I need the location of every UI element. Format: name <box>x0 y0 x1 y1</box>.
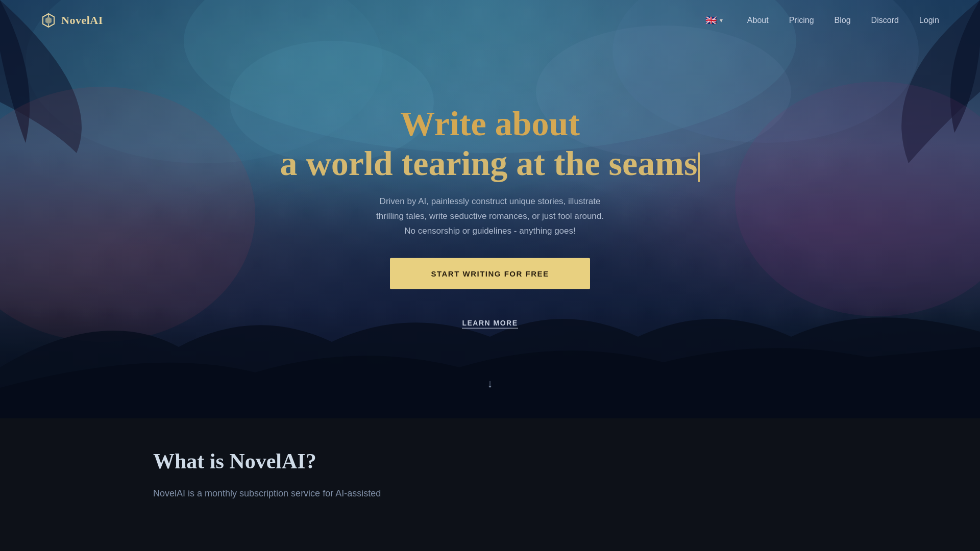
hero-title-line2: a world tearing at the seams <box>260 143 720 183</box>
nav-link-about[interactable]: About <box>747 16 769 25</box>
nav-links: 🇬🇧 ▾ About Pricing Blog Discord Login <box>701 13 939 28</box>
learn-more-link[interactable]: LEARN MORE <box>462 319 518 329</box>
hero-subtitle: Driven by AI, painlessly construct uniqu… <box>260 194 720 239</box>
novelai-logo-icon <box>41 13 56 28</box>
hero-content: Write about a world tearing at the seams… <box>260 104 720 329</box>
text-cursor <box>698 152 700 182</box>
svg-marker-9 <box>45 17 52 24</box>
learn-more-wrapper: LEARN MORE <box>260 304 720 329</box>
nav-link-pricing[interactable]: Pricing <box>789 16 814 25</box>
nav-link-discord[interactable]: Discord <box>871 16 899 25</box>
bottom-section: What is NovelAI? NovelAI is a monthly su… <box>0 418 980 551</box>
hero-section: NovelAI 🇬🇧 ▾ About Pricing Blog Discord … <box>0 0 980 418</box>
what-is-novelai-text: NovelAI is a monthly subscription servic… <box>153 486 510 502</box>
brand-name-text: NovelAI <box>61 14 103 27</box>
lang-chevron-icon: ▾ <box>720 17 723 24</box>
nav-link-login[interactable]: Login <box>919 16 939 25</box>
hero-title-line1: Write about <box>260 104 720 143</box>
lang-flag-icon: 🇬🇧 <box>705 15 717 26</box>
navbar: NovelAI 🇬🇧 ▾ About Pricing Blog Discord … <box>0 0 980 41</box>
nav-link-blog[interactable]: Blog <box>835 16 851 25</box>
scroll-down-arrow[interactable]: ↓ <box>487 377 493 390</box>
brand-logo[interactable]: NovelAI <box>41 13 103 28</box>
what-is-novelai-title: What is NovelAI? <box>153 449 827 473</box>
language-selector[interactable]: 🇬🇧 ▾ <box>701 13 727 28</box>
start-writing-button[interactable]: START WRITING FOR FREE <box>390 258 590 289</box>
